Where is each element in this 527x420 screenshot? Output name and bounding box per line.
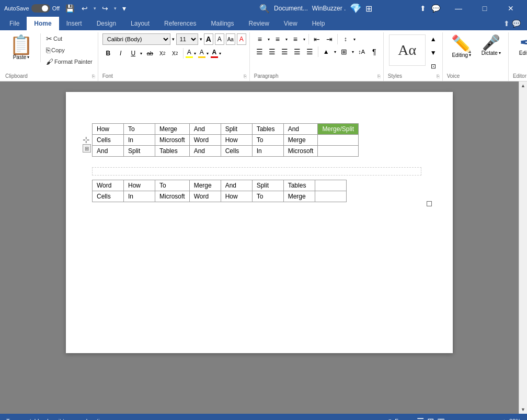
- table-cell[interactable]: Split: [221, 124, 252, 135]
- table-cell[interactable]: To: [124, 124, 155, 135]
- paste-button[interactable]: 📋 Paste ▾: [5, 33, 37, 62]
- strikethrough-button[interactable]: ab: [144, 48, 156, 59]
- multilevel-dropdown[interactable]: ▾: [302, 37, 306, 42]
- tab-file[interactable]: File: [2, 17, 27, 30]
- tab-mailings[interactable]: Mailings: [203, 17, 241, 30]
- redo-dropdown[interactable]: ▾: [114, 6, 117, 11]
- table-cell[interactable]: And: [221, 180, 252, 191]
- table-cell[interactable]: To: [155, 180, 190, 191]
- share-icon[interactable]: ⬆: [420, 4, 426, 13]
- tab-review[interactable]: Review: [241, 17, 276, 30]
- clipboard-expand-icon[interactable]: ⎘: [92, 74, 95, 79]
- line-spacing-dropdown[interactable]: ▾: [352, 37, 357, 42]
- table-cell[interactable]: Tables: [155, 146, 190, 157]
- multilevel-button[interactable]: ≡: [290, 33, 301, 45]
- tab-help[interactable]: Help: [305, 17, 333, 30]
- table-cell[interactable]: How: [124, 180, 155, 191]
- styles-down-button[interactable]: ▼: [428, 47, 439, 59]
- table-resize-handle[interactable]: [427, 201, 432, 206]
- table-cell[interactable]: And: [189, 146, 221, 157]
- styles-more-button[interactable]: ⊡: [428, 61, 439, 72]
- copy-button[interactable]: ⎘ Copy: [44, 45, 95, 55]
- clear-format-button[interactable]: A: [237, 33, 246, 45]
- table-cell-highlight[interactable]: Merge/Split: [318, 124, 359, 135]
- styles-up-button[interactable]: ▲: [428, 33, 439, 45]
- underline-button[interactable]: U: [128, 48, 139, 59]
- text-highlight-button[interactable]: A ▾: [186, 48, 197, 59]
- table-cell[interactable]: [315, 180, 346, 191]
- comments-ribbon-icon[interactable]: 💬: [512, 19, 521, 28]
- table-cell[interactable]: To: [252, 191, 283, 202]
- font-color-dropdown[interactable]: ▾: [218, 51, 222, 56]
- table-cell[interactable]: And: [189, 124, 221, 135]
- bullets-button[interactable]: ≡: [254, 33, 266, 45]
- scrollbar-down-button[interactable]: ▼: [519, 405, 528, 414]
- table-cell[interactable]: [318, 135, 359, 146]
- table-cell[interactable]: Word: [189, 191, 221, 202]
- styles-expand-icon[interactable]: ⎘: [437, 74, 439, 79]
- show-paragraph-button[interactable]: ¶: [369, 46, 380, 57]
- align-right-button[interactable]: ☰: [279, 46, 291, 57]
- dictate-button[interactable]: 🎤 Dictate ▾: [477, 33, 505, 58]
- superscript-button[interactable]: X2: [169, 48, 181, 59]
- line-spacing-button[interactable]: ↕: [340, 33, 351, 45]
- table-cell[interactable]: And: [283, 124, 318, 135]
- table-cell[interactable]: How: [221, 191, 252, 202]
- table-cell[interactable]: In: [124, 191, 155, 202]
- undo-dropdown[interactable]: ▾: [94, 6, 96, 11]
- shrink-font-button[interactable]: A: [215, 33, 224, 45]
- view-icon-3[interactable]: ▦: [437, 416, 445, 421]
- editor-button[interactable]: ✒ Editor: [513, 33, 527, 58]
- shading-fill-button[interactable]: ▲: [320, 46, 332, 57]
- font-family-select[interactable]: Calibri (Body): [102, 33, 170, 45]
- justify-button[interactable]: ☰: [292, 46, 303, 57]
- share-ribbon-icon[interactable]: ⬆: [503, 19, 510, 28]
- table-cell[interactable]: Cells: [93, 135, 124, 146]
- editing-button[interactable]: ✏️ Editing ▾: [447, 33, 476, 60]
- font-size-select[interactable]: 11: [176, 33, 198, 45]
- autosave-switch[interactable]: [31, 4, 50, 13]
- table-cell[interactable]: Merge: [189, 180, 221, 191]
- zoom-in-button[interactable]: +: [503, 418, 506, 420]
- table-cell[interactable]: Merge: [283, 135, 318, 146]
- table-cell[interactable]: How: [93, 124, 124, 135]
- view-icon-2[interactable]: ⊞: [427, 416, 434, 421]
- view-icon-1[interactable]: ☰: [417, 416, 424, 421]
- table-cell[interactable]: And: [93, 146, 124, 157]
- doc-scroll-area[interactable]: ⊹ ⊞ How To Merge And Spl: [0, 81, 519, 414]
- redo-icon[interactable]: ↪: [102, 4, 108, 13]
- restore-icon[interactable]: ⊞: [365, 4, 372, 14]
- table-cell[interactable]: How: [221, 135, 252, 146]
- table-cell[interactable]: Merge: [283, 191, 315, 202]
- table-cell[interactable]: Split: [124, 146, 155, 157]
- cut-button[interactable]: ✂ Cut: [44, 33, 95, 44]
- align-left-button[interactable]: ☰: [254, 46, 266, 57]
- shading-dropdown[interactable]: ▾: [205, 51, 210, 56]
- borders-button[interactable]: ⊞: [338, 46, 350, 57]
- italic-button[interactable]: I: [115, 48, 127, 59]
- tab-view[interactable]: View: [277, 17, 305, 30]
- tab-references[interactable]: References: [157, 17, 203, 30]
- justify-low-button[interactable]: ☰: [304, 46, 316, 57]
- table-cell[interactable]: Merge: [155, 124, 190, 135]
- maximize-button[interactable]: □: [473, 0, 497, 17]
- highlight-dropdown[interactable]: ▾: [193, 51, 197, 56]
- table-cell[interactable]: In: [124, 135, 155, 146]
- sort-button[interactable]: ↕A: [356, 46, 368, 57]
- customize-qat-icon[interactable]: ▾: [122, 4, 126, 13]
- table-cell[interactable]: [315, 191, 346, 202]
- tab-design[interactable]: Design: [89, 17, 123, 30]
- shading-fill-dropdown[interactable]: ▾: [333, 50, 337, 54]
- table-move-handle[interactable]: ⊞: [83, 144, 91, 153]
- comment-icon[interactable]: 💬: [431, 4, 440, 13]
- table-cell[interactable]: Microsoft: [155, 135, 190, 146]
- font-expand-icon[interactable]: ⎘: [244, 74, 246, 79]
- grow-font-button[interactable]: A: [204, 33, 213, 45]
- focus-button[interactable]: ◎ Focus: [387, 418, 410, 421]
- table-cell[interactable]: Split: [252, 180, 283, 191]
- table-cell[interactable]: Microsoft: [155, 191, 190, 202]
- borders-dropdown[interactable]: ▾: [351, 50, 355, 54]
- font-color-button[interactable]: A ▾: [211, 48, 222, 59]
- autosave-toggle[interactable]: AutoSave Off: [4, 4, 60, 13]
- tab-layout[interactable]: Layout: [123, 17, 157, 30]
